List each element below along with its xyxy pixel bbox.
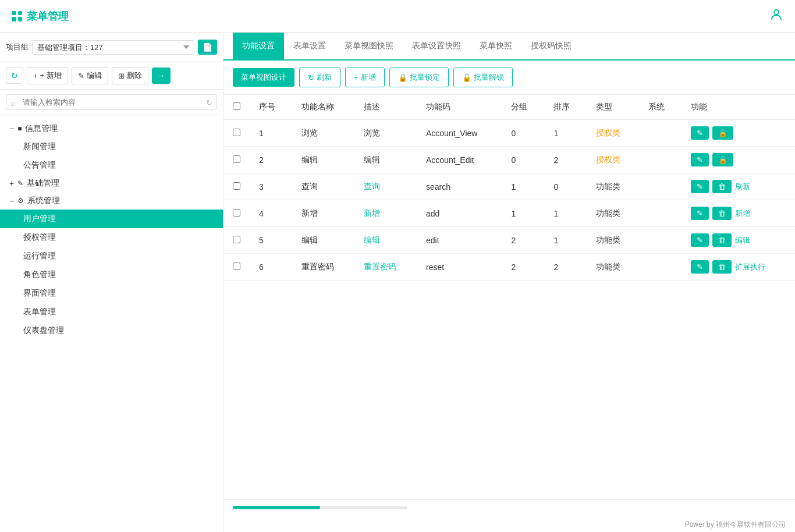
row-checkbox[interactable]: [233, 129, 240, 136]
batch-lock-button[interactable]: 🔒 批量锁定: [389, 68, 449, 87]
sidebar-item-news[interactable]: 新闻管理: [0, 137, 223, 156]
cell-code: Account_Edit: [417, 147, 502, 173]
edit-row-button[interactable]: ✎: [691, 180, 709, 193]
edit-row-button[interactable]: ✎: [691, 207, 709, 220]
lock-row-button[interactable]: 🔒: [712, 153, 733, 166]
func-extra-label: 扩展执行: [735, 262, 765, 272]
cell-code: add: [417, 200, 502, 227]
page-footer: Power by 福州今晨软件有限公司: [223, 515, 795, 532]
edit-row-button[interactable]: ✎: [691, 153, 709, 166]
col-desc: 描述: [354, 95, 417, 120]
cell-name: 编辑: [292, 227, 354, 254]
lock-row-button[interactable]: 🔒: [712, 126, 733, 140]
menu-design-button[interactable]: 菜单视图设计: [233, 68, 294, 87]
edit-row-button[interactable]: ✎: [691, 233, 709, 247]
grid-icon: [12, 11, 22, 22]
cell-desc: 查询: [354, 173, 417, 200]
select-all-checkbox[interactable]: [233, 102, 240, 110]
tab-auth-snap[interactable]: 授权码快照: [521, 33, 581, 61]
add-content-button[interactable]: + 新增: [345, 68, 385, 87]
delete-row-button[interactable]: 🗑: [712, 233, 732, 247]
sidebar-item-notice[interactable]: 公告管理: [0, 156, 223, 175]
content-toolbar: 菜单视图设计 ↻ 刷新 + 新增 🔒 批量锁定 🔓 批量解锁: [223, 61, 795, 95]
tab-table[interactable]: 表单设置: [284, 33, 335, 61]
cell-group: 2: [502, 254, 544, 281]
tree-group-label-system: 系统管理: [27, 196, 60, 206]
add-button[interactable]: + + 新增: [27, 67, 68, 84]
desc-link[interactable]: 新增: [364, 208, 380, 218]
project-select[interactable]: 基础管理项目：127: [32, 40, 194, 55]
cell-func: ✎ 🗑 扩展执行: [682, 254, 795, 280]
sidebar-item-dashboard[interactable]: 仪表盘管理: [0, 321, 223, 340]
table-row: 3查询查询search10功能类 ✎ 🗑 刷新: [223, 173, 795, 200]
search-input[interactable]: [6, 94, 217, 110]
delete-row-button[interactable]: 🗑: [712, 260, 732, 274]
lock-icon: 🔒: [398, 73, 407, 82]
batch-unlock-button[interactable]: 🔓 批量解锁: [453, 68, 513, 87]
edit-row-button[interactable]: ✎: [691, 260, 709, 274]
cell-func: ✎ 🔒: [682, 147, 795, 173]
scroll-thumb: [233, 506, 320, 509]
doc-button[interactable]: 📄: [198, 40, 217, 55]
desc-link[interactable]: 编辑: [364, 235, 380, 244]
cell-system: [639, 147, 682, 173]
row-checkbox[interactable]: [233, 236, 240, 243]
desc-link[interactable]: 查询: [364, 182, 380, 191]
cell-seq: 5: [250, 227, 292, 254]
row-checkbox[interactable]: [233, 182, 240, 190]
delete-row-button[interactable]: 🗑: [712, 180, 732, 193]
add-content-label: 新增: [361, 72, 376, 83]
delete-button[interactable]: ⊞ 删除: [112, 67, 148, 84]
sidebar-item-auth[interactable]: 授权管理: [0, 228, 223, 247]
data-table: 序号 功能名称 描述 功能码 分组 排序 类型 系统 功能 1浏览浏览Accou…: [223, 95, 795, 281]
cell-code: Account_View: [417, 120, 502, 147]
col-type: 类型: [587, 95, 639, 120]
sidebar-item-run[interactable]: 运行管理: [0, 247, 223, 265]
tab-menu-view[interactable]: 菜单视图快照: [335, 33, 403, 61]
edit-row-button[interactable]: ✎: [691, 126, 709, 140]
cell-desc: 浏览: [354, 120, 417, 147]
sidebar: 项目组 基础管理项目：127 📄 ↻ + + 新增 ✎ 编辑 ⊞ 删除 →: [0, 33, 223, 532]
cell-system: [639, 227, 682, 254]
tree-group-info[interactable]: − ■ 信息管理: [0, 120, 223, 137]
add-content-icon: +: [354, 73, 359, 82]
project-label: 项目组: [6, 42, 29, 52]
row-checkbox[interactable]: [233, 263, 240, 270]
table-row: 4新增新增add11功能类 ✎ 🗑 新增: [223, 200, 795, 227]
sidebar-item-role[interactable]: 角色管理: [0, 265, 223, 284]
cell-name: 编辑: [292, 147, 354, 173]
tree-group-prefix-system: −: [9, 196, 14, 205]
cell-sort: 1: [544, 120, 587, 147]
tree-group-prefix-basic: +: [9, 179, 14, 188]
cell-code: edit: [417, 227, 502, 254]
tree-group-basic[interactable]: + ✎ 基础管理: [0, 175, 223, 192]
cell-sort: 0: [544, 173, 587, 200]
edit-button[interactable]: ✎ 编辑: [72, 67, 108, 84]
func-extra-label: 编辑: [735, 235, 750, 246]
row-checkbox[interactable]: [233, 209, 240, 217]
tab-menu-snap[interactable]: 菜单快照: [470, 33, 521, 61]
cell-sort: 2: [544, 147, 587, 173]
refresh-content-button[interactable]: ↻ 刷新: [299, 68, 340, 87]
tab-table-snap[interactable]: 表单设置快照: [403, 33, 470, 61]
sidebar-item-form[interactable]: 表单管理: [0, 303, 223, 321]
arrow-button[interactable]: →: [152, 68, 171, 84]
scroll-track[interactable]: [233, 506, 407, 509]
cell-system: [639, 254, 682, 281]
tab-function[interactable]: 功能设置: [233, 33, 284, 61]
row-checkbox[interactable]: [233, 155, 240, 163]
sidebar-item-user[interactable]: 用户管理: [0, 210, 223, 228]
func-extra-label: 新增: [735, 208, 750, 219]
cell-sort: 2: [544, 254, 587, 281]
delete-row-button[interactable]: 🗑: [712, 207, 732, 220]
tree-group-system[interactable]: − ⚙ 系统管理: [0, 192, 223, 210]
desc-link[interactable]: 重置密码: [364, 262, 396, 271]
cell-system: [639, 200, 682, 227]
sidebar-item-ui[interactable]: 界面管理: [0, 284, 223, 303]
table-row: 5编辑编辑edit21功能类 ✎ 🗑 编辑: [223, 227, 795, 254]
delete-label: 删除: [127, 70, 142, 81]
refresh-content-label: 刷新: [317, 72, 332, 83]
refresh-button[interactable]: ↻: [6, 68, 23, 84]
search-refresh-icon[interactable]: ↻: [206, 98, 212, 107]
user-avatar[interactable]: [769, 8, 783, 25]
